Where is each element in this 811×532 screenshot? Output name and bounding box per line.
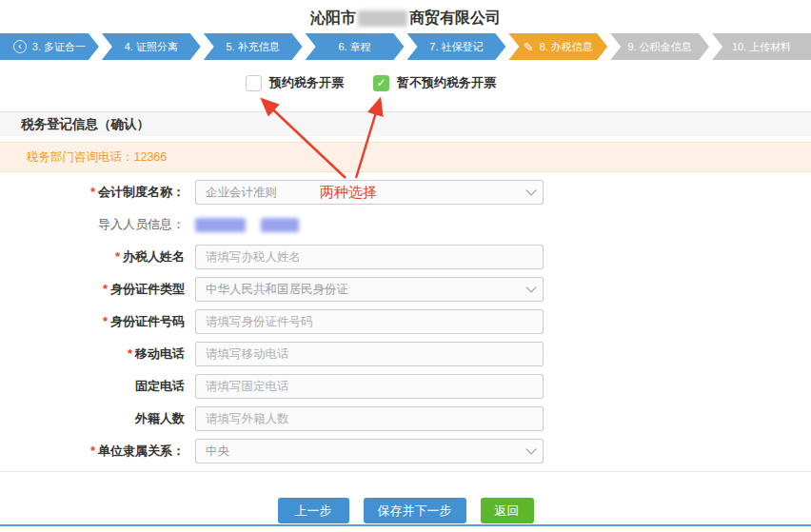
footer-accent-line [0, 524, 811, 526]
step-label: 10. 上传材料 [732, 40, 791, 54]
foreign-count-input[interactable] [195, 406, 544, 431]
step-progress-bar: ‹ 3. 多证合一 4. 证照分离 5. 补充信息 6. 章程 7. 社保登记 … [0, 33, 811, 60]
button-row: 上一步 保存并下一步 返回 [0, 498, 811, 523]
redacted-person-id [261, 218, 299, 232]
field-label: *单位隶属关系： [0, 443, 190, 460]
form-row-foreign-count: 外籍人数 [0, 406, 811, 431]
section-header: 税务登记信息（确认） [0, 111, 811, 136]
section-title: 税务登记信息（确认） [21, 116, 149, 133]
select-value: 中华人民共和国居民身份证 [206, 282, 348, 298]
landline-phone-input[interactable] [195, 374, 544, 399]
select-value: 企业会计准则 [206, 185, 277, 201]
form-row-landline-phone: 固定电话 [0, 374, 811, 399]
back-circle-icon: ‹ [13, 40, 27, 53]
chevron-down-icon [525, 282, 536, 292]
chevron-down-icon [525, 185, 536, 195]
notice-bar: 税务部门咨询电话：12366 [0, 142, 811, 172]
imported-person-info [195, 218, 299, 232]
required-asterisk: * [128, 346, 132, 361]
company-title-prefix: 沁阳市 [310, 9, 356, 29]
page: 沁阳市 商贸有限公司 ‹ 3. 多证合一 4. 证照分离 5. 补充信息 6. … [0, 0, 811, 532]
step-label: 5. 补充信息 [227, 40, 280, 54]
step-9-housing-fund[interactable]: 9. 公积金信息 [610, 33, 709, 60]
required-asterisk: * [103, 314, 108, 328]
required-asterisk: * [103, 282, 108, 296]
step-7-social-insurance[interactable]: 7. 社保登记 [407, 33, 506, 60]
pencil-icon: ✎ [524, 41, 534, 53]
form-row-imported-person: 导入人员信息： [0, 212, 811, 237]
form-row-accounting-system: *会计制度名称： 企业会计准则 [0, 180, 811, 205]
previous-step-button[interactable]: 上一步 [278, 498, 349, 523]
step-label: 6. 章程 [338, 40, 370, 54]
company-title: 沁阳市 商贸有限公司 [310, 9, 501, 29]
step-label: 4. 证照分离 [125, 40, 178, 54]
step-6-articles[interactable]: 6. 章程 [306, 33, 405, 60]
return-button[interactable]: 返回 [481, 498, 534, 523]
step-8-tax-info[interactable]: ✎ 8. 办税信息 [508, 33, 607, 60]
step-label: 9. 公积金信息 [628, 40, 692, 54]
tax-registration-form: *会计制度名称： 企业会计准则 导入人员信息： *办税人姓名 *身份证件类型 中… [0, 180, 811, 463]
redacted-person-name [195, 218, 246, 232]
checkbox-label: 暂不预约税务开票 [397, 74, 496, 91]
chevron-down-icon [525, 443, 536, 454]
affiliation-select[interactable]: 中央 [195, 439, 544, 463]
divider [0, 471, 811, 472]
step-4-license-separation[interactable]: 4. 证照分离 [102, 33, 201, 60]
save-and-next-button[interactable]: 保存并下一步 [364, 498, 466, 523]
field-label: *会计制度名称： [0, 184, 190, 201]
form-row-id-number: *身份证件号码 [0, 309, 811, 334]
redacted-company-name [358, 10, 407, 27]
form-row-id-type: *身份证件类型 中华人民共和国居民身份证 [0, 277, 811, 302]
checkbox-checked-icon[interactable]: ✓ [373, 75, 389, 91]
id-type-select[interactable]: 中华人民共和国居民身份证 [195, 277, 544, 302]
select-value: 中央 [206, 443, 229, 460]
step-10-upload-materials[interactable]: 10. 上传材料 [712, 33, 811, 60]
form-row-mobile-phone: *移动电话 [0, 342, 811, 366]
tax-handler-name-input[interactable] [195, 245, 544, 269]
field-label: 外籍人数 [0, 410, 190, 427]
form-row-tax-handler-name: *办税人姓名 [0, 245, 811, 269]
accounting-system-select[interactable]: 企业会计准则 [195, 180, 544, 205]
checkbox-no-reserve-tax-invoice[interactable]: ✓ 暂不预约税务开票 [373, 74, 496, 91]
step-5-supplementary-info[interactable]: 5. 补充信息 [204, 33, 303, 60]
field-label: *移动电话 [0, 345, 190, 363]
invoice-option-row: 预约税务开票 ✓ 暂不预约税务开票 [0, 74, 811, 95]
checkbox-label: 预约税务开票 [269, 74, 344, 91]
required-asterisk: * [115, 249, 120, 264]
step-label: 7. 社保登记 [429, 40, 483, 54]
field-label: 固定电话 [0, 378, 190, 395]
field-label: *身份证件号码 [0, 313, 190, 330]
step-label: 3. 多证合一 [32, 40, 86, 54]
field-label: 导入人员信息： [0, 216, 190, 233]
checkbox-reserve-tax-invoice[interactable]: 预约税务开票 [246, 74, 344, 91]
step-label: 8. 办税信息 [540, 40, 593, 54]
field-label: *办税人姓名 [0, 248, 190, 266]
step-3-multi-cert[interactable]: ‹ 3. 多证合一 [0, 33, 99, 60]
title-bar: 沁阳市 商贸有限公司 [0, 0, 811, 29]
checkbox-unchecked-icon[interactable] [246, 75, 262, 91]
field-label: *身份证件类型 [0, 281, 190, 298]
notice-text: 税务部门咨询电话：12366 [27, 149, 167, 166]
form-row-affiliation: *单位隶属关系： 中央 [0, 439, 811, 463]
mobile-phone-input[interactable] [195, 342, 544, 366]
required-asterisk: * [90, 185, 95, 199]
id-number-input[interactable] [195, 309, 544, 334]
company-title-suffix: 商贸有限公司 [409, 9, 501, 29]
required-asterisk: * [90, 443, 95, 458]
